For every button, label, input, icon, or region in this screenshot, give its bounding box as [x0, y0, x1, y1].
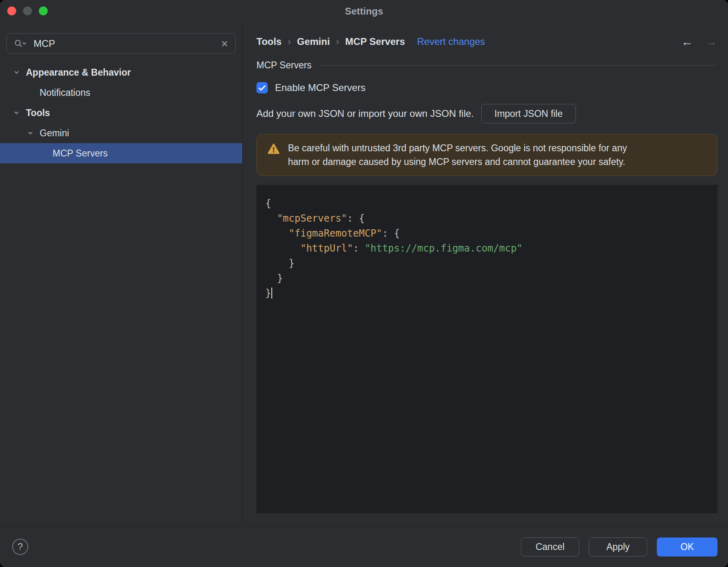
- window-title: Settings: [0, 0, 728, 23]
- json-editor-code: { "mcpServers": { "figmaRemoteMCP": { "h…: [265, 196, 709, 301]
- sidebar-item-label: Gemini: [40, 128, 69, 139]
- search-icon[interactable]: [14, 39, 28, 48]
- ok-button[interactable]: OK: [657, 537, 717, 556]
- sidebar: × Appearance & Behavior Notifications To: [0, 23, 243, 526]
- warning-line: Be careful with untrusted 3rd party MCP …: [288, 141, 627, 155]
- enable-mcp-checkbox[interactable]: [256, 82, 268, 93]
- clear-search-icon[interactable]: ×: [221, 38, 228, 50]
- cancel-button[interactable]: Cancel: [521, 537, 579, 556]
- breadcrumb: Tools › Gemini › MCP Servers: [256, 36, 405, 47]
- import-description: Add your own JSON or import your own JSO…: [256, 108, 474, 119]
- section-title: MCP Servers: [256, 60, 311, 71]
- settings-search-box[interactable]: ×: [6, 33, 236, 54]
- warning-icon: [267, 143, 280, 156]
- revert-changes-link[interactable]: Revert changes: [417, 36, 485, 47]
- warning-text: Be careful with untrusted 3rd party MCP …: [288, 141, 627, 169]
- apply-button[interactable]: Apply: [589, 537, 647, 556]
- sidebar-item-label: Notifications: [40, 87, 90, 98]
- import-json-button[interactable]: Import JSON file: [481, 104, 576, 123]
- code-line: "figmaRemoteMCP": {: [265, 226, 709, 241]
- chevron-down-icon[interactable]: [12, 110, 21, 116]
- sidebar-item-mcp-servers[interactable]: MCP Servers: [0, 143, 242, 163]
- settings-tree: Appearance & Behavior Notifications Tool…: [0, 62, 242, 163]
- sidebar-item-tools[interactable]: Tools: [0, 103, 242, 123]
- main-area: × Appearance & Behavior Notifications To: [0, 23, 728, 526]
- section-divider: [319, 65, 717, 66]
- text-cursor: [271, 288, 272, 298]
- question-mark-icon: ?: [17, 541, 23, 552]
- sidebar-item-label: Appearance & Behavior: [26, 67, 131, 78]
- close-window-button[interactable]: [7, 6, 16, 15]
- breadcrumb-separator: ›: [336, 36, 339, 47]
- zoom-window-button[interactable]: [39, 6, 48, 15]
- enable-mcp-label: Enable MCP Servers: [275, 82, 366, 93]
- code-line: {: [265, 196, 709, 211]
- checkmark-icon: [258, 85, 266, 91]
- breadcrumb-separator: ›: [288, 36, 291, 47]
- section-header: MCP Servers: [256, 60, 717, 71]
- code-line: "mcpServers": {: [265, 211, 709, 226]
- sidebar-item-appearance-behavior[interactable]: Appearance & Behavior: [0, 62, 242, 83]
- json-editor[interactable]: { "mcpServers": { "figmaRemoteMCP": { "h…: [256, 185, 717, 513]
- code-line: }: [265, 256, 709, 271]
- chevron-down-icon[interactable]: [12, 69, 21, 76]
- back-icon[interactable]: ←: [681, 36, 693, 48]
- warning-banner: Be careful with untrusted 3rd party MCP …: [256, 134, 717, 176]
- code-line: }: [265, 271, 709, 286]
- traffic-lights: [7, 6, 48, 15]
- forward-icon[interactable]: →: [705, 36, 717, 48]
- sidebar-item-gemini[interactable]: Gemini: [0, 123, 242, 143]
- code-line: "httpUrl": "https://mcp.figma.com/mcp": [265, 241, 709, 256]
- breadcrumb-item-mcp-servers[interactable]: MCP Servers: [345, 36, 405, 47]
- content-header: Tools › Gemini › MCP Servers Revert chan…: [256, 34, 717, 49]
- minimize-window-button[interactable]: [23, 6, 32, 15]
- sidebar-item-label: Tools: [26, 108, 50, 118]
- code-line: }: [265, 286, 709, 301]
- warning-line: harm or damage caused by using MCP serve…: [288, 155, 627, 169]
- help-button[interactable]: ?: [12, 539, 28, 555]
- breadcrumb-item-gemini[interactable]: Gemini: [297, 36, 330, 47]
- sidebar-item-label: MCP Servers: [53, 148, 108, 159]
- sidebar-item-notifications[interactable]: Notifications: [0, 83, 242, 103]
- search-input[interactable]: [33, 38, 216, 50]
- import-row: Add your own JSON or import your own JSO…: [256, 104, 717, 123]
- chevron-down-icon[interactable]: [26, 130, 35, 136]
- enable-mcp-row[interactable]: Enable MCP Servers: [256, 82, 366, 93]
- history-nav: ← →: [681, 36, 717, 48]
- breadcrumb-item-tools[interactable]: Tools: [256, 36, 281, 47]
- settings-content: Tools › Gemini › MCP Servers Revert chan…: [243, 23, 728, 526]
- titlebar: Settings: [0, 0, 728, 23]
- settings-window: Settings ×: [0, 0, 728, 567]
- footer-bar: ? Cancel Apply OK: [0, 526, 728, 567]
